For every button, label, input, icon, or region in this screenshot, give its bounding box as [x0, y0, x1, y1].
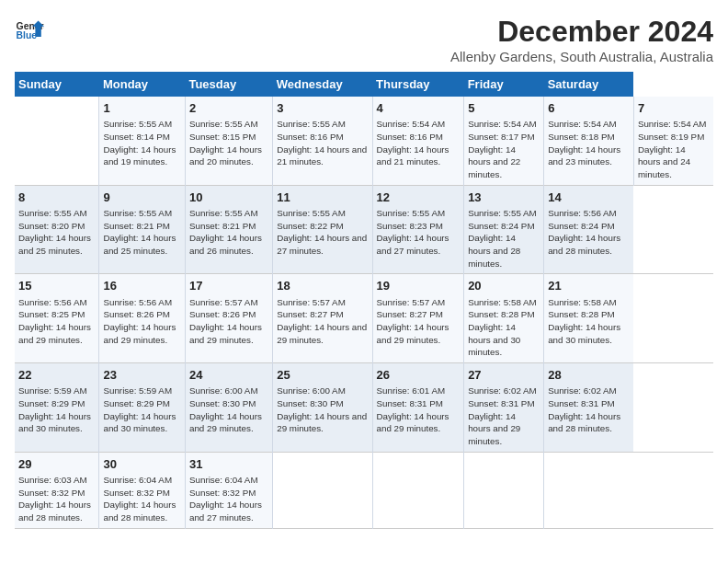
sunset-info: Sunset: 8:31 PM: [468, 397, 540, 410]
day-number: 18: [277, 278, 368, 294]
calendar-cell: 13Sunrise: 5:55 AMSunset: 8:24 PMDayligh…: [464, 185, 544, 274]
sunrise-info: Sunrise: 5:55 AM: [18, 207, 95, 220]
col-header-thursday: Thursday: [372, 72, 464, 97]
calendar-cell: 19Sunrise: 5:57 AMSunset: 8:27 PMDayligh…: [372, 274, 464, 363]
calendar-cell: 7Sunrise: 5:54 AMSunset: 8:19 PMDaylight…: [633, 97, 713, 185]
svg-text:Blue: Blue: [17, 30, 38, 40]
sunset-info: Sunset: 8:32 PM: [18, 487, 95, 500]
calendar-cell: 14Sunrise: 5:56 AMSunset: 8:24 PMDayligh…: [544, 185, 634, 274]
sunrise-info: Sunrise: 5:56 AM: [18, 296, 95, 309]
week-row-4: 22Sunrise: 5:59 AMSunset: 8:29 PMDayligh…: [15, 363, 713, 453]
week-row-1: 1Sunrise: 5:55 AMSunset: 8:14 PMDaylight…: [15, 97, 713, 185]
sunrise-info: Sunrise: 5:54 AM: [548, 118, 630, 131]
day-number: 24: [189, 367, 268, 384]
calendar-cell: 11Sunrise: 5:55 AMSunset: 8:22 PMDayligh…: [273, 185, 372, 274]
sunrise-info: Sunrise: 6:02 AM: [548, 385, 630, 397]
day-number: 26: [377, 367, 461, 384]
sunrise-info: Sunrise: 5:55 AM: [103, 118, 181, 131]
calendar-cell: 24Sunrise: 6:00 AMSunset: 8:30 PMDayligh…: [185, 363, 272, 453]
daylight-info: Daylight: 14 hours and 30 minutes.: [18, 410, 95, 435]
calendar-cell: [372, 452, 464, 528]
daylight-info: Daylight: 14 hours and 28 minutes.: [548, 410, 630, 435]
sunrise-info: Sunrise: 5:55 AM: [189, 207, 268, 220]
calendar-cell: 16Sunrise: 5:56 AMSunset: 8:26 PMDayligh…: [99, 274, 186, 363]
sunrise-info: Sunrise: 6:01 AM: [377, 385, 461, 397]
header-row: SundayMondayTuesdayWednesdayThursdayFrid…: [15, 72, 713, 97]
calendar-cell: 17Sunrise: 5:57 AMSunset: 8:26 PMDayligh…: [185, 274, 272, 363]
day-number: 27: [468, 367, 540, 384]
sunset-info: Sunset: 8:29 PM: [103, 397, 181, 410]
calendar-cell: 29Sunrise: 6:03 AMSunset: 8:32 PMDayligh…: [15, 452, 99, 528]
calendar-cell: 4Sunrise: 5:54 AMSunset: 8:16 PMDaylight…: [372, 97, 464, 185]
sunset-info: Sunset: 8:26 PM: [189, 308, 268, 321]
sunrise-info: Sunrise: 5:55 AM: [377, 207, 461, 220]
calendar-cell: 2Sunrise: 5:55 AMSunset: 8:15 PMDaylight…: [185, 97, 272, 185]
page-title: December 2024: [450, 15, 713, 49]
calendar-cell: 31Sunrise: 6:04 AMSunset: 8:32 PMDayligh…: [185, 452, 272, 528]
calendar-cell: 28Sunrise: 6:02 AMSunset: 8:31 PMDayligh…: [544, 363, 634, 453]
week-row-3: 15Sunrise: 5:56 AMSunset: 8:25 PMDayligh…: [15, 274, 713, 363]
sunset-info: Sunset: 8:24 PM: [548, 220, 630, 233]
day-number: 15: [18, 278, 95, 294]
logo-icon: General Blue: [15, 15, 44, 44]
daylight-info: Daylight: 14 hours and 29 minutes.: [377, 321, 461, 346]
calendar-cell: 25Sunrise: 6:00 AMSunset: 8:30 PMDayligh…: [273, 363, 372, 453]
title-block: December 2024 Allenby Gardens, South Aus…: [450, 15, 713, 64]
calendar-cell: [544, 452, 634, 528]
day-number: 2: [189, 100, 268, 117]
day-number: 13: [468, 190, 540, 206]
daylight-info: Daylight: 14 hours and 27 minutes.: [189, 499, 268, 523]
day-number: 30: [103, 456, 181, 473]
logo: General Blue: [15, 15, 44, 44]
daylight-info: Daylight: 14 hours and 29 minutes.: [103, 321, 181, 346]
day-number: 19: [377, 278, 461, 294]
daylight-info: Daylight: 14 hours and 24 minutes.: [638, 144, 710, 181]
daylight-info: Daylight: 14 hours and 30 minutes.: [103, 410, 181, 435]
daylight-info: Daylight: 14 hours and 30 minutes.: [468, 321, 540, 359]
sunrise-info: Sunrise: 5:56 AM: [548, 207, 630, 220]
sunset-info: Sunset: 8:30 PM: [189, 397, 268, 410]
daylight-info: Daylight: 14 hours and 28 minutes.: [18, 499, 95, 523]
sunrise-info: Sunrise: 5:57 AM: [377, 296, 461, 309]
sunrise-info: Sunrise: 5:58 AM: [548, 296, 630, 309]
sunset-info: Sunset: 8:27 PM: [377, 308, 461, 321]
col-header-friday: Friday: [464, 72, 544, 97]
daylight-info: Daylight: 14 hours and 28 minutes.: [468, 232, 540, 270]
sunset-info: Sunset: 8:20 PM: [18, 220, 95, 233]
day-number: 25: [277, 367, 368, 384]
sunrise-info: Sunrise: 6:03 AM: [18, 474, 95, 487]
calendar-cell: [464, 452, 544, 528]
daylight-info: Daylight: 14 hours and 23 minutes.: [548, 144, 630, 168]
sunrise-info: Sunrise: 6:00 AM: [277, 385, 368, 397]
day-number: 20: [468, 278, 540, 294]
col-header-monday: Monday: [99, 72, 186, 97]
day-number: 3: [277, 100, 368, 117]
col-header-tuesday: Tuesday: [185, 72, 272, 97]
sunset-info: Sunset: 8:22 PM: [277, 220, 368, 233]
day-number: 9: [103, 190, 181, 206]
calendar-cell: 3Sunrise: 5:55 AMSunset: 8:16 PMDaylight…: [273, 97, 372, 185]
calendar-cell: 10Sunrise: 5:55 AMSunset: 8:21 PMDayligh…: [185, 185, 272, 274]
col-header-sunday: Sunday: [15, 72, 99, 97]
sunset-info: Sunset: 8:21 PM: [189, 220, 268, 233]
sunset-info: Sunset: 8:27 PM: [277, 308, 368, 321]
day-number: 29: [18, 456, 95, 473]
calendar-cell: [273, 452, 372, 528]
day-number: 11: [277, 190, 368, 206]
page-header: General Blue December 2024 Allenby Garde…: [15, 15, 713, 64]
day-number: 17: [189, 278, 268, 294]
sunrise-info: Sunrise: 5:54 AM: [638, 118, 710, 131]
calendar-cell: 6Sunrise: 5:54 AMSunset: 8:18 PMDaylight…: [544, 97, 634, 185]
daylight-info: Daylight: 14 hours and 26 minutes.: [189, 232, 268, 257]
sunset-info: Sunset: 8:18 PM: [548, 131, 630, 144]
day-number: 14: [548, 190, 630, 206]
sunrise-info: Sunrise: 5:55 AM: [189, 118, 268, 131]
day-number: 28: [548, 367, 630, 384]
calendar-cell: 18Sunrise: 5:57 AMSunset: 8:27 PMDayligh…: [273, 274, 372, 363]
sunset-info: Sunset: 8:19 PM: [638, 131, 710, 144]
day-number: 1: [103, 100, 181, 117]
sunrise-info: Sunrise: 6:04 AM: [189, 474, 268, 487]
col-header-saturday: Saturday: [544, 72, 634, 97]
sunset-info: Sunset: 8:32 PM: [103, 487, 181, 500]
daylight-info: Daylight: 14 hours and 19 minutes.: [103, 144, 181, 168]
